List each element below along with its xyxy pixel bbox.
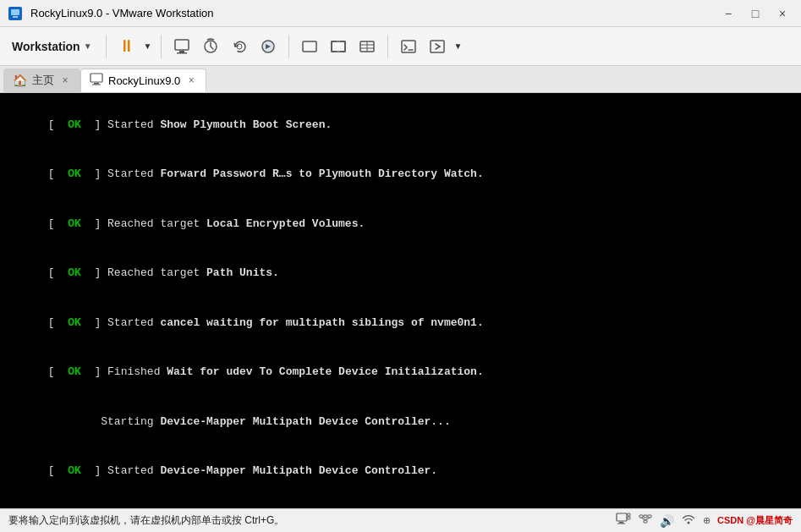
send-button[interactable] (255, 32, 282, 61)
terminal-line: [ OK ] Reached target Path Units. (8, 249, 793, 299)
svg-rect-20 (94, 83, 99, 85)
minimize-button[interactable]: − (716, 5, 740, 22)
svg-point-33 (688, 522, 690, 524)
dropdown-arrow-icon: ▼ (84, 41, 92, 51)
revert-button[interactable] (226, 32, 253, 61)
terminal-line: [ OK ] Started cancel waiting for multip… (8, 298, 793, 348)
close-button[interactable]: × (771, 5, 794, 22)
svg-rect-11 (332, 41, 345, 52)
svg-rect-27 (639, 515, 643, 518)
terminal-line: [ OK ] Reached target Local Encrypted Vo… (8, 199, 793, 249)
svg-rect-1 (11, 9, 19, 15)
status-bar: 要将输入定向到该虚拟机，请在虚拟机内部单击或按 Ctrl+G。 🔊 (0, 508, 801, 532)
window-view-button[interactable] (296, 32, 323, 61)
pause-button[interactable]: ⏸ (113, 32, 140, 61)
pause-dropdown-button[interactable]: ▼ (142, 32, 154, 61)
svg-rect-23 (619, 522, 623, 524)
terminal-line: Starting Device-Mapper Multipath Device … (8, 397, 793, 447)
pause-group: ⏸ ▼ (113, 32, 154, 61)
csdn-watermark: CSDN @晨星简奇 (717, 514, 793, 527)
terminal-button[interactable] (395, 32, 422, 61)
status-message: 要将输入定向到该虚拟机，请在虚拟机内部单击或按 Ctrl+G。 (8, 513, 284, 528)
vm-tab[interactable]: RockyLinux9.0 × (80, 69, 206, 92)
terminal-line: [ OK ] Finished Wait for udev To Complet… (8, 348, 793, 398)
svg-rect-3 (175, 40, 189, 50)
home-tab-label: 主页 (32, 73, 54, 88)
svg-rect-16 (402, 41, 415, 52)
vm-container[interactable]: [ OK ] Started Show Plymouth Boot Screen… (0, 93, 801, 508)
svg-rect-22 (617, 513, 627, 521)
workstation-menu-button[interactable]: Workstation ▼ (5, 36, 99, 57)
app-icon (7, 5, 24, 22)
vm-settings-button[interactable] (168, 32, 195, 61)
fullscreen-button[interactable] (325, 32, 352, 61)
vm-tab-icon (90, 73, 103, 89)
svg-rect-25 (628, 513, 630, 516)
toolbar-separator-1 (106, 35, 107, 58)
workstation-label: Workstation (12, 40, 80, 53)
terminal-line: [ OK ] Started Show Plymouth Boot Screen… (8, 100, 793, 150)
svg-rect-29 (648, 515, 651, 518)
more-icon: ⊕ (703, 515, 710, 526)
expand-dropdown-button[interactable]: ▼ (453, 32, 464, 61)
svg-rect-19 (91, 74, 102, 82)
tabs-bar: 🏠 主页 × RockyLinux9.0 × (0, 66, 801, 93)
svg-rect-21 (92, 84, 101, 85)
svg-rect-30 (644, 520, 647, 523)
window-title: RockyLinux9.0 - VMware Workstation (30, 7, 716, 19)
monitor-icon (616, 513, 631, 529)
toolbar: Workstation ▼ ⏸ ▼ (0, 27, 801, 66)
terminal-line: [ OK ] Started Device-Mapper Multipath D… (8, 447, 793, 496)
workstation-menu-group: Workstation ▼ (5, 36, 99, 57)
svg-rect-28 (644, 515, 647, 518)
snapshot-button[interactable] (197, 32, 224, 61)
terminal-line: [ OK ] Started Forward Password R…s to P… (8, 150, 793, 200)
vm-tab-label: RockyLinux9.0 (108, 74, 180, 87)
svg-rect-24 (617, 524, 625, 524)
svg-rect-2 (13, 16, 18, 18)
toolbar-separator-2 (161, 35, 162, 58)
expand-button[interactable] (424, 32, 451, 61)
terminal-screen[interactable]: [ OK ] Started Show Plymouth Boot Screen… (0, 93, 801, 508)
volume-icon: 🔊 (660, 514, 674, 528)
terminal-line: [ OK ] Reached target Preparation for Lo… (8, 496, 793, 508)
vm-controls-group (168, 32, 282, 61)
svg-rect-10 (303, 41, 316, 52)
view-controls-group (296, 32, 381, 61)
svg-rect-26 (628, 517, 630, 519)
svg-rect-4 (179, 51, 184, 52)
network2-icon (681, 513, 696, 529)
vm-tab-close[interactable]: × (185, 74, 197, 86)
network-icon (638, 513, 653, 529)
home-tab[interactable]: 🏠 主页 × (3, 69, 80, 92)
title-bar: RockyLinux9.0 - VMware Workstation − □ × (0, 0, 801, 27)
window-controls: − □ × (716, 5, 794, 22)
status-icons: 🔊 ⊕ CSDN @晨星简奇 (616, 513, 793, 529)
svg-rect-5 (177, 52, 187, 54)
svg-rect-18 (431, 41, 444, 52)
toolbar-separator-3 (288, 35, 289, 58)
home-tab-icon: 🏠 (13, 74, 27, 87)
unity-button[interactable] (354, 32, 381, 61)
terminal-group: ▼ (395, 32, 464, 61)
maximize-button[interactable]: □ (743, 5, 767, 22)
toolbar-separator-4 (387, 35, 388, 58)
home-tab-close[interactable]: × (59, 74, 71, 86)
